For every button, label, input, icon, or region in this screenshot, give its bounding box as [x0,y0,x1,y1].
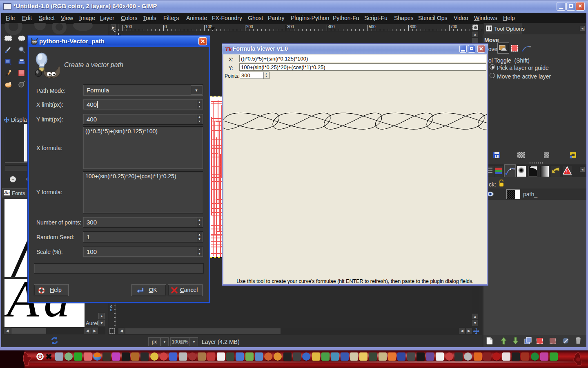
svg-text:!: ! [566,169,568,174]
svg-text:Tk: Tk [225,46,232,52]
